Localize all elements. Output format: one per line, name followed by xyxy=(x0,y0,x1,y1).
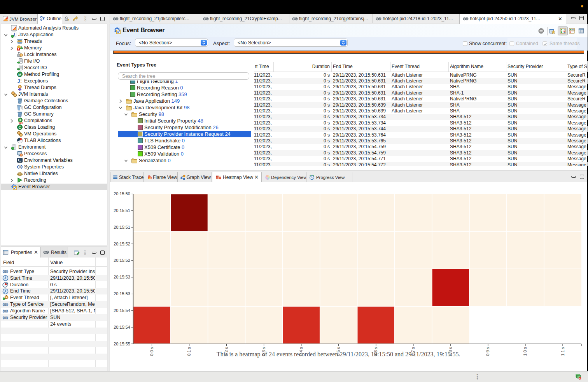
svg-text:20:15:53: 20:15:53 xyxy=(114,291,130,296)
svg-text:0.1 s: 0.1 s xyxy=(187,347,191,356)
svg-text:20:15:52: 20:15:52 xyxy=(114,242,130,246)
svg-text:20:15:52: 20:15:52 xyxy=(114,258,130,263)
svg-text:20:15:51: 20:15:51 xyxy=(114,208,130,213)
svg-text:20:15:50: 20:15:50 xyxy=(114,191,130,196)
svg-text:20:15:51: 20:15:51 xyxy=(114,225,130,230)
svg-text:0.9 s: 0.9 s xyxy=(485,347,490,356)
svg-text:20:15:53: 20:15:53 xyxy=(114,275,130,279)
svg-text:20:15:54: 20:15:54 xyxy=(114,325,130,329)
svg-text:0.0 s: 0.0 s xyxy=(149,347,154,356)
svg-text:1.0 s: 1.0 s xyxy=(523,347,527,356)
svg-text:20:15:55: 20:15:55 xyxy=(114,342,130,346)
svg-text:1.1 s: 1.1 s xyxy=(560,347,565,356)
svg-text:20:15:54: 20:15:54 xyxy=(114,308,130,313)
svg-text:This is a heatmap of 24 events: This is a heatmap of 24 events recorded … xyxy=(217,351,460,358)
